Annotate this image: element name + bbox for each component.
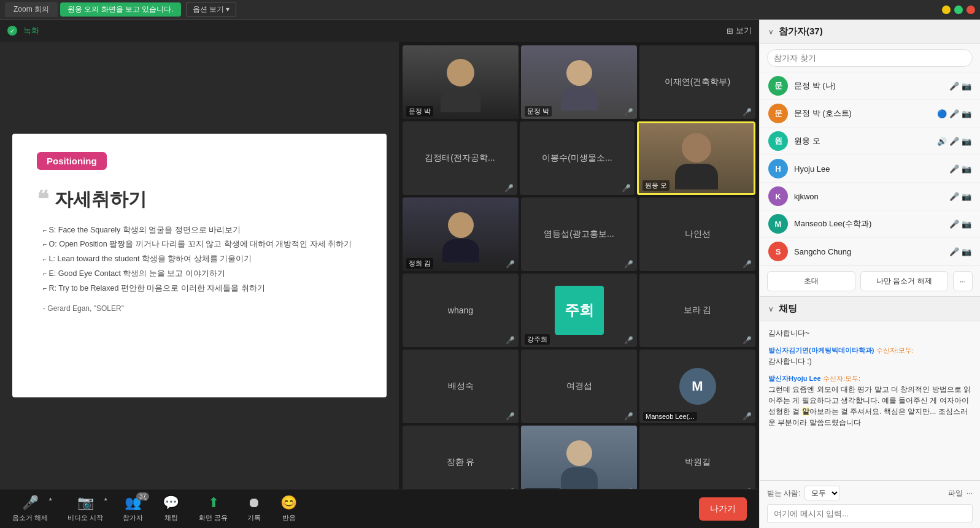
video-cell-jungheekim: 정희 김 🎤: [403, 197, 519, 271]
leave-button[interactable]: 나가기: [699, 497, 747, 521]
video-arrow[interactable]: ▲: [103, 496, 108, 502]
titlebar: Zoom 회의 원웅 오의 화면을 보고 있습니다. 옵션 보기 ▾: [0, 0, 980, 20]
mic-icon-p2: 🎤: [949, 109, 959, 118]
slide-card: Positioning ❝ 자세취하기 S: Face the Squarely…: [12, 134, 387, 397]
avatar-p5: K: [768, 186, 788, 206]
mute-icon-yeokyungsub: 🎤: [624, 412, 633, 421]
participants-title: 참가자(37): [779, 26, 823, 37]
video-row-6: 장환 유 🎤 Hyoju Lee 🎤: [403, 426, 755, 489]
video-cell-whang: whang 🎤: [403, 274, 519, 347]
options-button[interactable]: 옵션 보기 ▾: [186, 2, 237, 17]
chat-label: 채팅: [164, 513, 178, 522]
chat-button[interactable]: 💬 채팅: [163, 495, 179, 522]
record-icon: ⏺: [247, 495, 261, 511]
video-row-3: 정희 김 🎤 염등섭(광고홍보... 🎤 나인선 🎤: [403, 197, 755, 271]
video-label: 비디오 시작: [68, 513, 103, 522]
reaction-button[interactable]: 😊 반응: [280, 495, 297, 522]
video-cell-ijeyeon: 이재연(건축학부) 🎤: [639, 45, 755, 119]
recording-label: 녹화: [23, 25, 39, 36]
avatar-p3: 원: [768, 131, 788, 151]
mute-all-button[interactable]: 나만 음소거 해제: [860, 271, 949, 291]
minimize-button[interactable]: [942, 6, 951, 14]
send-to-label: 받는 사람:: [767, 488, 801, 499]
slide-item-s: S: Face the Squarely 학생의 얼굴을 정면으로 바리보기: [43, 223, 362, 238]
record-button[interactable]: ⏺ 기록: [247, 495, 261, 522]
mute-icon-yomdeungsub: 🎤: [624, 260, 633, 269]
mic-active-p2: 🔵: [937, 109, 947, 118]
chat-more-button[interactable]: ···: [966, 489, 973, 497]
share-button[interactable]: ⬆ 화면 공유: [199, 495, 228, 522]
chat-header: ∨ 채팅: [760, 297, 980, 321]
video-row-2: 김정태(전자공학... 🎤 이봉수(미생물소... 🎤: [403, 121, 755, 195]
mute-icon-bakwongil: 🎤: [743, 488, 752, 489]
cell-name-bakwongil: 박원길: [685, 457, 711, 468]
search-input[interactable]: [767, 49, 973, 67]
close-button[interactable]: [966, 6, 975, 14]
video-icon-p2: 📷: [962, 109, 971, 118]
mute-icon-ijeyeon: 🎤: [743, 108, 752, 117]
chat-receiver-1: 수신자:모두:: [876, 346, 914, 354]
share-label: 화면 공유: [199, 513, 228, 522]
mute-icon-kangjuhee: 🎤: [624, 336, 633, 345]
p-icons-p7: 🎤 📷: [949, 247, 971, 256]
cell-name-kangjuhee: 강주희: [525, 334, 550, 345]
avatar-p6: M: [768, 214, 788, 234]
p-icons-p6: 🎤 📷: [949, 220, 971, 229]
video-button[interactable]: 📷 ▲ 비디오 시작: [68, 495, 103, 522]
mute-icon-hyojulee: 🎤: [624, 488, 633, 489]
active-icon-p3: 🔊: [937, 137, 947, 146]
mic-icon-p7: 🎤: [949, 247, 959, 256]
participants-arrow[interactable]: ▲: [143, 496, 148, 502]
send-to-select[interactable]: 모두: [804, 486, 840, 500]
video-icon: 📷: [77, 495, 94, 511]
quote-icon: ❝: [37, 188, 48, 210]
avatar-kangjuhee: 주희: [555, 286, 604, 335]
cell-name-yeokyungsub: 여경섭: [566, 381, 592, 392]
cell-name-nainseon: 나인선: [685, 229, 711, 240]
video-cell-baesungsuk: 배성숙 🎤: [403, 350, 519, 423]
p-icons-p5: 🎤 📷: [949, 192, 971, 201]
cell-name-ijeyeon: 이재연(건축학부): [665, 77, 730, 88]
mic-icon-p3: 🎤: [949, 137, 959, 146]
participants-section: ∨ 참가자(37) 문 문정 박 (나) 🎤 📷 문 문정 박 (호스트) 🔵: [760, 20, 980, 297]
p-name-p3: 원웅 오: [794, 136, 931, 147]
chat-input[interactable]: [767, 504, 973, 523]
cell-name-hyojulee: Hyoju Lee: [525, 488, 560, 489]
cell-name-munjung1: 문정 박: [406, 106, 433, 117]
chat-highlight-2: 알: [802, 407, 809, 416]
p-name-p7: Sangcho Chung: [794, 247, 943, 256]
slide-item-e: E: Good Eye Contact 학생의 눈을 보고 이야기하기: [43, 267, 362, 281]
collapse-icon[interactable]: ∨: [768, 28, 774, 36]
video-cell-manseob: M Manseob Lee(... 🎤: [639, 350, 755, 423]
chat-input-row: 받는 사람: 모두 파일 ···: [767, 486, 973, 500]
mute-button[interactable]: 🎤 ▲ 음소거 해제: [12, 495, 48, 522]
video-cell-kimjungtae: 김정태(전자공학... 🎤: [403, 121, 517, 195]
avatar-p4: H: [768, 159, 788, 178]
cell-name-kimjungtae: 김정태(전자공학...: [425, 153, 495, 164]
search-bar: [760, 44, 980, 72]
p-name-p2: 문정 박 (호스트): [794, 108, 931, 119]
cell-name-wonwoong: 원웅 오: [642, 180, 669, 191]
titlebar-tab-zoom[interactable]: Zoom 회의: [5, 2, 58, 17]
file-button[interactable]: 파일: [948, 488, 963, 499]
participant-item-p3: 원 원웅 오 🔊 🎤 📷: [760, 128, 980, 155]
video-cell-munjung1: 문정 박: [403, 45, 519, 119]
video-icon-p5: 📷: [962, 192, 971, 201]
chat-collapse-icon[interactable]: ∨: [768, 305, 774, 313]
chat-sender-1: 발신자김기연(마케팅빅데이타학과): [768, 346, 874, 354]
maximize-button[interactable]: [954, 6, 963, 14]
video-cell-bakwongil: 박원길 🎤: [639, 426, 755, 489]
participants-button[interactable]: 👥 37 ▲ 참가자: [123, 495, 143, 522]
more-actions-button[interactable]: ···: [953, 271, 973, 291]
participants-label: 참가자: [123, 513, 143, 522]
chat-sender-2: 발신자Hyoju Lee: [768, 375, 821, 382]
participant-item-p1: 문 문정 박 (나) 🎤 📷: [760, 72, 980, 100]
main-area: 녹화 ⊞ 보기 Positioning ❝ 자세취하기 S: Face the …: [0, 20, 980, 528]
mic-arrow[interactable]: ▲: [48, 496, 53, 502]
right-panel: ∨ 참가자(37) 문 문정 박 (나) 🎤 📷 문 문정 박 (호스트) 🔵: [759, 20, 980, 528]
invite-button[interactable]: 초대: [767, 271, 855, 291]
cell-name-munjung2: 문정 박: [525, 106, 552, 117]
mic-icon-p4: 🎤: [949, 164, 959, 174]
view-button[interactable]: ⊞ 보기: [727, 25, 752, 36]
record-label: 기록: [247, 513, 261, 522]
